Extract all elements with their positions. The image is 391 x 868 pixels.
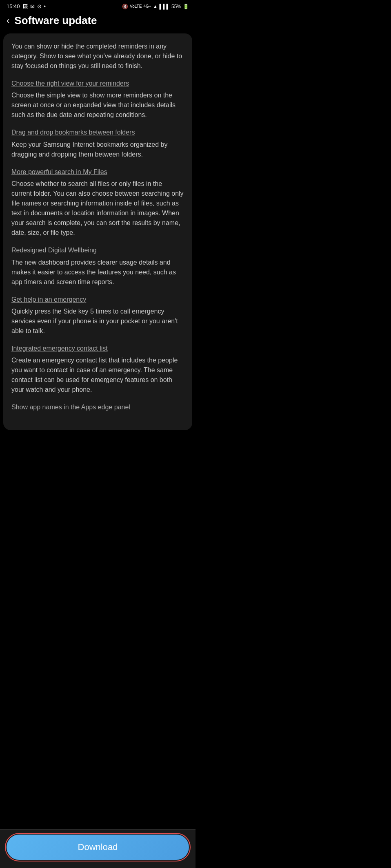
feature-section-apps-edge: Show app names in the Apps edge panel [11,403,184,412]
dot-indicator: • [44,3,46,9]
mail-icon: ✉ [30,3,35,9]
signal-icon: ▲ [153,4,158,9]
feature-section-digital-wellbeing: Redesigned Digital Wellbeing The new das… [11,246,184,287]
feature-desc-myfiles: Choose whether to search all files or on… [11,179,184,238]
battery-icon: 🔋 [183,4,189,9]
time-display: 15:40 [7,3,20,9]
feature-section-myfiles: More powerful search in My Files Choose … [11,168,184,238]
feature-title-apps-edge: Show app names in the Apps edge panel [11,403,184,412]
feature-desc-digital-wellbeing: The new dashboard provides clearer usage… [11,258,184,287]
feature-title-bookmarks: Drag and drop bookmarks between folders [11,128,184,137]
status-right: 🔇 VoLTE 4G+ ▲ ▌▌▌ 55% 🔋 [122,4,189,9]
feature-section-emergency-help: Get help in an emergency Quickly press t… [11,295,184,336]
status-left: 15:40 🖼 ✉ ⊙ • [7,3,46,9]
intro-paragraph: You can show or hide the completed remin… [11,42,184,71]
volte-indicator: VoLTE [130,4,142,9]
content-card: You can show or hide the completed remin… [3,33,192,430]
page-header: ‹ Software update [0,11,196,33]
feature-desc-reminders-view: Choose the simple view to show more remi… [11,91,184,120]
feature-desc-emergency-help: Quickly press the Side key 5 times to ca… [11,307,184,336]
feature-section-bookmarks: Drag and drop bookmarks between folders … [11,128,184,159]
feature-title-myfiles: More powerful search in My Files [11,168,184,177]
feature-title-reminders-view: Choose the right view for your reminders [11,79,184,88]
back-button[interactable]: ‹ [7,15,9,26]
signal-bars: ▌▌▌ [159,4,170,9]
page-title: Software update [14,14,97,27]
feature-title-emergency-help: Get help in an emergency [11,295,184,304]
feature-desc-bookmarks: Keep your Samsung Internet bookmarks org… [11,140,184,159]
feature-desc-emergency-contact: Create an emergency contact list that in… [11,356,184,395]
gallery-icon: 🖼 [22,3,28,9]
battery-percentage: 55% [171,4,181,9]
network-indicator: 4G+ [143,4,151,9]
instagram-icon: ⊙ [37,3,42,9]
mute-icon: 🔇 [122,4,128,9]
page-content: You can show or hide the completed remin… [0,33,196,467]
feature-title-digital-wellbeing: Redesigned Digital Wellbeing [11,246,184,255]
feature-section-emergency-contact: Integrated emergency contact list Create… [11,344,184,395]
feature-title-emergency-contact: Integrated emergency contact list [11,344,184,353]
status-bar: 15:40 🖼 ✉ ⊙ • 🔇 VoLTE 4G+ ▲ ▌▌▌ 55% 🔋 [0,0,196,11]
feature-section-reminders-view: Choose the right view for your reminders… [11,79,184,120]
